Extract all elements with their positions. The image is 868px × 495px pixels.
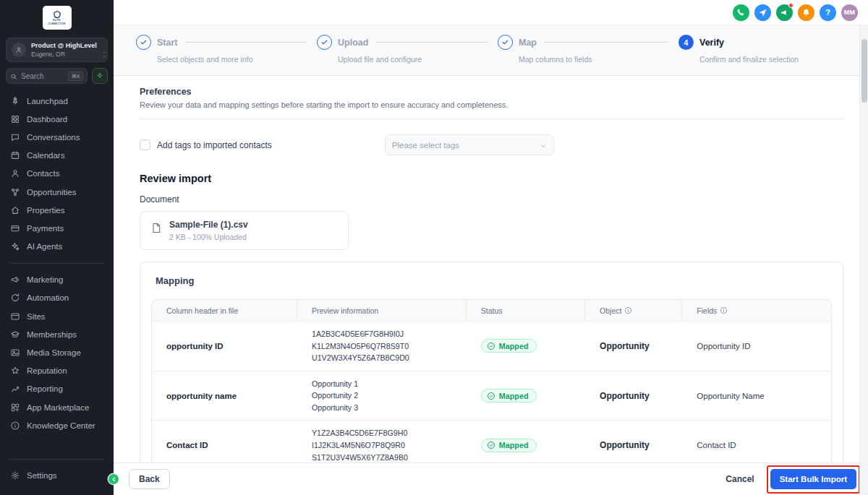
- tags-preference-row: Add tags to imported contacts Please sel…: [140, 134, 843, 155]
- start-bulk-import-button[interactable]: Start Bulk Import: [770, 469, 856, 489]
- column-header: Column header in file: [166, 306, 238, 315]
- knowledge-center-icon: [10, 421, 20, 431]
- sidebar-item-opportunities[interactable]: Opportunities: [0, 183, 114, 201]
- divider: [140, 119, 843, 119]
- add-tags-checkbox[interactable]: [140, 139, 150, 150]
- contacts-icon: [10, 168, 20, 178]
- sidebar-item-app-marketplace[interactable]: App Marketplace: [0, 398, 114, 416]
- notifications-button[interactable]: [798, 4, 814, 21]
- sidebar-item-reporting[interactable]: Reporting: [0, 380, 114, 398]
- sidebar-item-calendars[interactable]: Calendars: [0, 147, 114, 165]
- back-button[interactable]: Back: [129, 469, 170, 489]
- sidebar-item-memberships[interactable]: Memberships: [0, 325, 114, 343]
- info-icon[interactable]: [720, 306, 728, 314]
- sidebar-item-ai-agents[interactable]: AI Agents: [0, 238, 114, 256]
- search-input[interactable]: Search ⌘K: [6, 68, 88, 84]
- field-value: Opportunity ID: [682, 342, 831, 350]
- sidebar-collapse-button[interactable]: [109, 474, 119, 484]
- sidebar-item-contacts[interactable]: Contacts: [0, 165, 114, 183]
- automation-icon: [10, 293, 20, 303]
- quick-connect-button[interactable]: [754, 4, 771, 21]
- sidebar-item-label: Knowledge Center: [27, 421, 95, 430]
- step-label: Start: [157, 38, 177, 48]
- sidebar-item-label: Marketing: [27, 275, 64, 284]
- sidebar-item-launchpad[interactable]: Launchpad: [0, 92, 114, 110]
- reporting-icon: [10, 384, 20, 394]
- sidebar-item-label: Payments: [27, 224, 64, 233]
- conversations-icon: [10, 132, 20, 142]
- preview-value: Opportunity 1: [312, 378, 458, 390]
- dashboard-icon: [10, 114, 20, 124]
- scrollbar-thumb[interactable]: [861, 39, 867, 103]
- verify-content: Preferences Review your data and mapping…: [114, 76, 868, 462]
- brand-logo[interactable]: ELITE CONNECTION: [43, 6, 72, 30]
- footer-actions: Cancel Start Bulk Import: [726, 469, 856, 489]
- scrollbar[interactable]: [859, 25, 868, 495]
- status-badge: Mapped: [481, 389, 537, 403]
- file-icon: [150, 221, 162, 235]
- phone-icon: [736, 7, 746, 18]
- phone-button[interactable]: [733, 4, 749, 21]
- object-value: Opportunity: [585, 341, 682, 351]
- sidebar-item-reputation[interactable]: Reputation: [0, 362, 114, 380]
- sidebar-item-label: Properties: [27, 206, 64, 215]
- step-check-icon: [320, 38, 328, 46]
- launchpad-icon: [10, 96, 20, 106]
- document-label: Document: [140, 194, 843, 205]
- cancel-button[interactable]: Cancel: [726, 474, 754, 484]
- sidebar-divider: [9, 263, 104, 264]
- step-start[interactable]: Start Select objects and more info: [136, 35, 317, 75]
- sidebar-item-payments[interactable]: Payments: [0, 219, 114, 237]
- mapping-title: Mapping: [156, 275, 832, 286]
- quick-actions-button[interactable]: [92, 68, 108, 84]
- info-icon[interactable]: [624, 306, 632, 314]
- sidebar-divider: [9, 459, 104, 460]
- file-column-name: opportunity name: [152, 392, 297, 400]
- sidebar-item-label: Conversations: [27, 133, 80, 142]
- sidebar-item-label: Settings: [27, 471, 57, 480]
- preview-value: Y1Z2A3B4C5D6E7F8G9H0: [312, 427, 458, 439]
- status-badge: Mapped: [481, 339, 537, 353]
- sidebar-item-label: Reporting: [27, 384, 63, 393]
- reputation-icon: [10, 366, 20, 376]
- step-upload[interactable]: Upload Upload file and configure: [317, 35, 498, 75]
- user-avatar[interactable]: MM: [841, 4, 858, 21]
- sidebar-item-label: Reputation: [27, 366, 67, 375]
- brand-emblem-icon: [53, 10, 61, 19]
- tags-select[interactable]: Please select tags: [385, 134, 554, 155]
- uploaded-file-card: Sample-File (1).csv 2 KB - 100% Uploaded: [140, 211, 349, 250]
- sidebar-item-label: AI Agents: [27, 242, 62, 251]
- account-avatar: [12, 43, 26, 57]
- account-switcher[interactable]: Product @ HighLevel Eugene, OR: [6, 38, 108, 62]
- file-column-name: Contact ID: [152, 441, 297, 449]
- field-value: Opportunity Name: [682, 392, 831, 400]
- help-button[interactable]: ?: [820, 4, 836, 21]
- search-row: Search ⌘K: [6, 68, 108, 84]
- sidebar-item-sites[interactable]: Sites: [0, 307, 114, 325]
- sidebar-item-label: Automation: [27, 293, 69, 302]
- sidebar-item-media-storage[interactable]: Media Storage: [0, 343, 114, 361]
- app-root: ELITE CONNECTION Product @ HighLevel Eug…: [0, 0, 868, 495]
- announcements-button[interactable]: [776, 4, 793, 21]
- search-icon: [10, 72, 17, 79]
- step-map[interactable]: Map Map columns to fields: [498, 35, 678, 75]
- sidebar-item-knowledge-center[interactable]: Knowledge Center: [0, 416, 114, 434]
- sidebar-item-dashboard[interactable]: Dashboard: [0, 110, 114, 128]
- object-value: Opportunity: [585, 440, 682, 450]
- sidebar-item-label: Sites: [27, 312, 46, 321]
- account-name: Product @ HighLevel: [31, 42, 97, 49]
- sidebar-item-properties[interactable]: Properties: [0, 201, 114, 219]
- sidebar-item-settings[interactable]: Settings: [0, 467, 114, 485]
- preview-value: S1T2U3V4W5X6Y7Z8A9B0: [312, 452, 458, 462]
- step-verify[interactable]: 4 Verify Confirm and finalize selection: [678, 35, 799, 75]
- sidebar-item-label: Calendars: [27, 151, 64, 160]
- topbar: ? MM: [114, 0, 868, 25]
- sidebar-item-marketing[interactable]: Marketing: [0, 271, 114, 289]
- sidebar-item-conversations[interactable]: Conversations: [0, 128, 114, 146]
- sidebar-item-automation[interactable]: Automation: [0, 289, 114, 307]
- sidebar-item-label: Contacts: [27, 169, 59, 178]
- mapping-table-header: Column header in file Preview informatio…: [152, 300, 831, 321]
- file-meta: 2 KB - 100% Uploaded: [169, 233, 248, 241]
- step-circle: [498, 35, 513, 50]
- settings-icon: [10, 470, 20, 481]
